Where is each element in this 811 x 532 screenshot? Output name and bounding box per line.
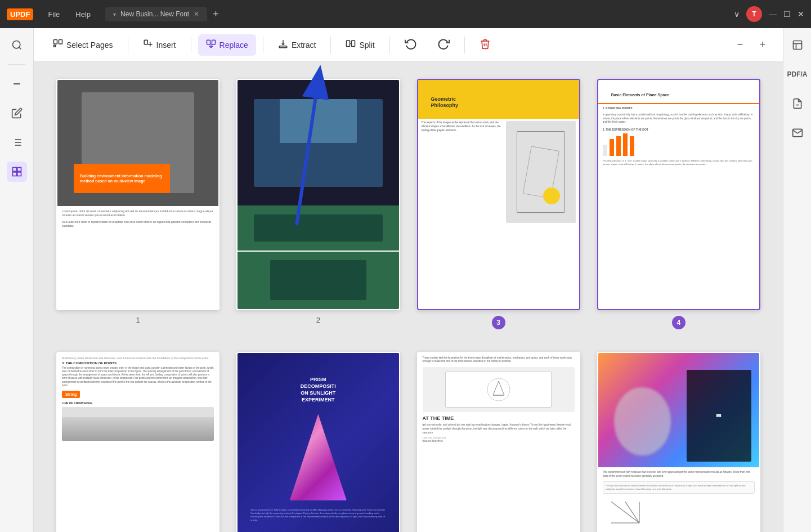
sidebar-icon-list[interactable] — [7, 132, 27, 153]
rotate-left-icon — [405, 38, 417, 52]
pages-grid: Building environment information modelin… — [34, 62, 783, 532]
toolbar-divider-2 — [191, 37, 191, 53]
delete-icon — [480, 38, 491, 51]
insert-label: Insert — [156, 41, 176, 50]
replace-icon — [206, 39, 216, 51]
page-num-badge-3: 3 — [492, 316, 505, 329]
split-button[interactable]: Split — [338, 34, 382, 56]
rotate-right-button[interactable] — [429, 33, 458, 56]
select-pages-label: Select Pages — [66, 41, 113, 50]
page-thumb-4[interactable]: Basic Elements of Plane Space 1. KNOW TH… — [597, 79, 760, 310]
toolbar-divider-1 — [128, 37, 128, 53]
add-tab-button[interactable]: + — [207, 8, 225, 20]
svg-rect-13 — [54, 39, 57, 44]
svg-rect-33 — [793, 41, 801, 50]
page-item-1[interactable]: Building environment information modelin… — [56, 79, 219, 329]
menu-file[interactable]: File — [42, 8, 65, 21]
svg-rect-20 — [212, 40, 215, 44]
svg-rect-15 — [54, 45, 56, 47]
right-icon-ocr[interactable] — [787, 93, 808, 114]
page-thumb-wrapper-3: GeometricPhilosophy The aspects of the i… — [417, 79, 580, 310]
page-thumb-1[interactable]: Building environment information modelin… — [56, 79, 219, 310]
page-num-area-3: 3 — [492, 316, 505, 329]
page-item-2[interactable]: 2 — [236, 79, 400, 329]
chevron-down-icon[interactable]: ∨ — [734, 10, 740, 19]
right-icon-pdfa[interactable]: PDF/A — [787, 64, 808, 84]
page-item-6[interactable]: PRISMDECOMPOSITION SUNLIGHTEXPERIMENT Sa… — [236, 352, 400, 532]
page-thumb-2[interactable] — [236, 79, 400, 310]
window-controls: ∨ T — ☐ ✕ — [734, 6, 804, 22]
toolbar-divider-4 — [330, 37, 331, 53]
extract-button[interactable]: Extract — [270, 34, 324, 56]
rotate-left-button[interactable] — [397, 33, 425, 56]
page-num-area-2: 2 — [316, 316, 320, 324]
svg-rect-9 — [12, 168, 16, 172]
replace-button[interactable]: Replace — [198, 34, 256, 56]
tab-area: ▾ New Busin... New Font ✕ + — [105, 7, 729, 21]
select-pages-icon — [53, 39, 63, 51]
title-bar: UPDF File Help ▾ New Busin... New Font ✕… — [0, 0, 811, 28]
page-item-7[interactable]: These studies laid the foundation for th… — [417, 352, 580, 532]
tab-dropdown-icon[interactable]: ▾ — [113, 11, 116, 17]
page-thumb-wrapper-1: Building environment information modelin… — [56, 79, 219, 310]
main-area: Select Pages Insert — [0, 28, 811, 532]
page-thumb-wrapper-6: PRISMDECOMPOSITION SUNLIGHTEXPERIMENT Sa… — [236, 352, 400, 532]
page-item-3[interactable]: GeometricPhilosophy The aspects of the i… — [417, 79, 580, 329]
maximize-button[interactable]: ☐ — [783, 10, 791, 19]
extract-icon — [278, 39, 288, 51]
svg-point-0 — [12, 41, 20, 48]
page-item-8[interactable]: 📖 This experiment can fully replicate th… — [597, 352, 760, 532]
svg-rect-12 — [17, 172, 21, 176]
page-thumb-5[interactable]: Preliminary, blank dimension and dominan… — [56, 352, 219, 532]
sidebar-icon-search[interactable] — [7, 35, 27, 55]
page-thumb-wrapper-8: 📖 This experiment can fully replicate th… — [597, 352, 760, 532]
delete-button[interactable] — [472, 34, 499, 56]
svg-rect-24 — [352, 41, 355, 47]
extract-label: Extract — [292, 41, 316, 50]
rotate-right-icon — [437, 38, 450, 52]
split-icon — [346, 39, 356, 51]
insert-button[interactable]: Insert — [135, 34, 184, 56]
page-num-label-2: 2 — [316, 316, 320, 324]
zoom-out-button[interactable]: − — [731, 36, 749, 54]
toolbar-divider-6 — [464, 37, 465, 53]
split-label: Split — [359, 41, 374, 50]
page-thumb-6[interactable]: PRISMDECOMPOSITION SUNLIGHTEXPERIMENT Sa… — [236, 352, 400, 532]
svg-line-29 — [611, 502, 639, 524]
menu-help[interactable]: Help — [70, 8, 96, 21]
svg-line-30 — [625, 502, 639, 524]
page-thumb-wrapper-7: These studies laid the foundation for th… — [417, 352, 580, 532]
right-icon-email[interactable] — [787, 123, 808, 143]
page-thumb-8[interactable]: 📖 This experiment can fully replicate th… — [597, 352, 760, 532]
select-pages-button[interactable]: Select Pages — [45, 34, 121, 56]
document-tab[interactable]: ▾ New Busin... New Font ✕ — [105, 7, 207, 21]
svg-rect-11 — [12, 172, 16, 176]
tab-close-icon[interactable]: ✕ — [194, 10, 199, 18]
page-thumb-wrapper-4: Basic Elements of Plane Space 1. KNOW TH… — [597, 79, 760, 310]
page-thumb-wrapper-5: Preliminary, blank dimension and dominan… — [56, 352, 219, 532]
svg-line-1 — [19, 47, 21, 50]
page-num-badge-4: 4 — [672, 316, 685, 329]
sidebar-icon-pages[interactable] — [7, 162, 27, 182]
toolbar-divider-5 — [389, 37, 390, 53]
zoom-in-button[interactable]: + — [754, 36, 772, 54]
sidebar-icon-edit[interactable] — [7, 103, 27, 123]
close-window-button[interactable]: ✕ — [797, 10, 804, 19]
replace-label: Replace — [219, 41, 248, 50]
right-sidebar: PDF/A — [783, 28, 811, 532]
svg-rect-19 — [207, 40, 210, 44]
user-avatar[interactable]: T — [746, 6, 762, 22]
updf-logo[interactable]: UPDF — [7, 8, 33, 20]
page-item-4[interactable]: Basic Elements of Plane Space 1. KNOW TH… — [597, 79, 760, 329]
insert-icon — [143, 39, 153, 51]
page-thumb-7[interactable]: These studies laid the foundation for th… — [417, 352, 580, 532]
svg-rect-10 — [17, 168, 21, 172]
right-icon-page-layout[interactable] — [787, 35, 808, 55]
page-item-5[interactable]: Preliminary, blank dimension and dominan… — [56, 352, 219, 532]
sidebar-icon-minus[interactable] — [7, 74, 27, 94]
tab-title: New Busin... New Font — [120, 10, 189, 18]
page-num-area-4: 4 — [672, 316, 685, 329]
svg-marker-27 — [493, 381, 504, 395]
page-thumb-3[interactable]: GeometricPhilosophy The aspects of the i… — [417, 79, 580, 310]
minimize-button[interactable]: — — [769, 10, 777, 19]
